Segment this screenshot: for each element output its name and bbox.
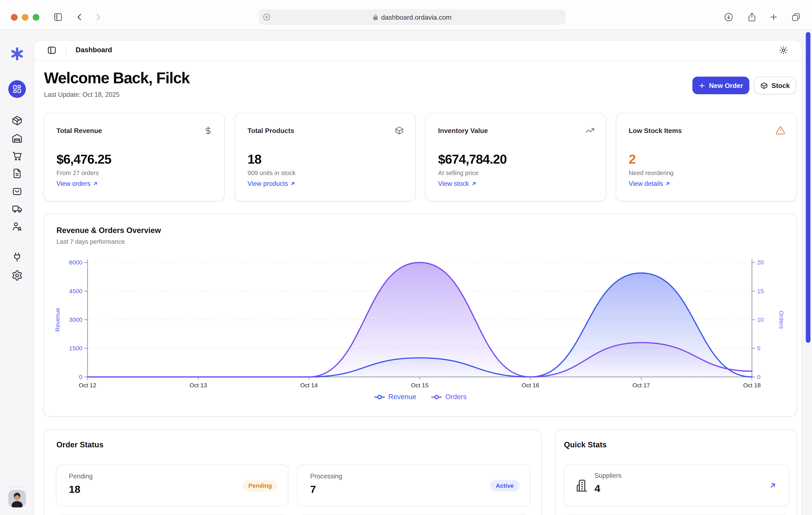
sidebar-item-invoices[interactable]	[11, 168, 23, 179]
stock-package-icon	[760, 82, 768, 89]
card-value: 18	[248, 152, 261, 167]
card-subtext: 909 units in stock	[248, 169, 296, 177]
file-text-icon	[11, 168, 23, 179]
arrow-up-right-icon[interactable]	[769, 482, 776, 489]
svg-text:Oct 15: Oct 15	[411, 382, 428, 389]
share-icon[interactable]	[747, 12, 757, 22]
svg-text:3000: 3000	[69, 316, 83, 323]
svg-text:Oct 13: Oct 13	[190, 382, 207, 389]
view-orders-link[interactable]: View orders	[56, 180, 98, 187]
svg-text:15: 15	[757, 288, 763, 295]
svg-text:Oct 16: Oct 16	[522, 382, 539, 389]
view-details-link[interactable]: View details	[629, 180, 670, 187]
legend-line-icon	[431, 394, 442, 399]
gear-icon	[11, 270, 23, 281]
quick-stats-heading: Quick Stats	[564, 440, 607, 449]
stock-label: Stock	[772, 82, 790, 89]
tab-overview-icon[interactable]	[791, 12, 801, 22]
low-stock-card: Low Stock Items 2 Need reordering View d…	[616, 113, 797, 202]
downloads-icon[interactable]	[723, 12, 734, 22]
welcome-heading: Welcome Back, Filck	[44, 69, 190, 87]
tile-value: 18	[69, 484, 80, 495]
plug-icon	[11, 251, 23, 263]
sidebar-item-orders[interactable]	[11, 150, 23, 161]
traffic-light-close-icon[interactable]	[11, 14, 18, 21]
tile-value: 4	[594, 482, 600, 494]
card-title: Total Products	[248, 127, 294, 135]
svg-text:10: 10	[757, 316, 763, 323]
app-header	[34, 40, 801, 61]
page-scrollbar-thumb[interactable]	[806, 32, 811, 343]
processing-status-tile[interactable]: Processing 7 Active	[297, 464, 530, 506]
card-title: Inventory Value	[438, 127, 488, 135]
sidebar-item-settings[interactable]	[11, 270, 23, 281]
dollar-icon	[203, 126, 213, 135]
warning-icon	[776, 126, 785, 135]
truck-icon	[11, 203, 23, 214]
app-logo-asterisk-icon	[10, 47, 24, 61]
lock-icon	[373, 14, 378, 21]
chart-title: Revenue & Orders Overview	[56, 226, 161, 235]
status-badge: Pending	[243, 480, 278, 491]
browser-toolbar: dashboard.ordavia.com	[0, 0, 812, 30]
browser-sidebar-toggle-icon[interactable]	[53, 12, 63, 22]
sidebar-item-deliveries[interactable]	[11, 203, 23, 214]
arrow-up-right-icon	[471, 181, 476, 186]
page-actions-icon[interactable]	[263, 13, 271, 21]
stock-button[interactable]: Stock	[754, 77, 796, 94]
building-icon	[575, 478, 589, 493]
quick-stats-card: Quick Stats Suppliers 4	[555, 429, 797, 515]
screen: dashboard.ordavia.com	[0, 0, 812, 515]
chart-legend: RevenueOrders	[44, 393, 796, 401]
users-icon	[11, 220, 23, 232]
inventory-value-card: Inventory Value $674,784.20 At selling p…	[425, 113, 606, 202]
svg-text:6000: 6000	[69, 259, 83, 266]
forward-icon	[93, 12, 103, 22]
sidebar-item-dashboard[interactable]	[8, 80, 26, 98]
sidebar-item-integrations[interactable]	[11, 251, 23, 263]
back-icon[interactable]	[75, 12, 85, 22]
card-title: Low Stock Items	[629, 127, 682, 135]
new-tab-icon[interactable]	[768, 12, 779, 22]
tile-label: Suppliers	[594, 472, 621, 479]
cart-icon	[11, 150, 23, 161]
last-update-text: Last Update: Oct 18, 2025	[44, 91, 119, 98]
suppliers-tile[interactable]: Suppliers 4	[564, 464, 789, 506]
card-value: $674,784.20	[438, 152, 506, 167]
svg-text:Oct 12: Oct 12	[79, 382, 96, 389]
legend-item-orders[interactable]: Orders	[431, 393, 467, 401]
sidebar-item-products[interactable]	[11, 115, 23, 126]
page-title: Dashboard	[76, 46, 112, 54]
card-title: Total Revenue	[56, 127, 102, 135]
arrow-up-right-icon	[290, 181, 295, 186]
address-bar[interactable]: dashboard.ordavia.com	[259, 9, 566, 25]
view-stock-link[interactable]: View stock	[438, 180, 476, 187]
revenue-orders-chart-card: Revenue & Orders Overview Last 7 days pe…	[44, 214, 797, 417]
card-subtext: From 27 orders	[56, 169, 99, 177]
svg-text:Revenue: Revenue	[54, 308, 61, 332]
new-order-label: New Order	[709, 82, 743, 89]
package-icon	[11, 115, 23, 126]
order-status-card: Order Status Pending 18 Pending Processi…	[44, 429, 542, 515]
order-status-heading: Order Status	[56, 440, 104, 449]
chart-subtitle: Last 7 days performance	[56, 238, 125, 245]
traffic-light-zoom-icon[interactable]	[33, 14, 39, 21]
status-badge: Active	[490, 480, 519, 491]
user-avatar[interactable]	[8, 490, 26, 507]
svg-text:0: 0	[757, 374, 760, 380]
view-products-link[interactable]: View products	[248, 180, 295, 187]
header-divider	[66, 46, 66, 54]
traffic-light-minimize-icon[interactable]	[22, 14, 29, 21]
legend-item-revenue[interactable]: Revenue	[374, 393, 416, 401]
sidebar-item-purchases[interactable]	[11, 185, 23, 197]
avatar-photo	[8, 490, 26, 507]
new-order-button[interactable]: New Order	[692, 77, 749, 94]
dashboard-grid-icon	[12, 84, 22, 94]
pending-status-tile[interactable]: Pending 18 Pending	[56, 464, 288, 506]
svg-text:Oct 14: Oct 14	[300, 382, 318, 389]
sidebar-item-warehouse[interactable]	[11, 132, 23, 144]
arrow-up-right-icon	[665, 181, 670, 186]
panel-toggle-icon[interactable]	[47, 46, 56, 55]
sidebar-item-customers[interactable]	[11, 220, 23, 232]
theme-toggle-sun-icon[interactable]	[779, 46, 788, 55]
